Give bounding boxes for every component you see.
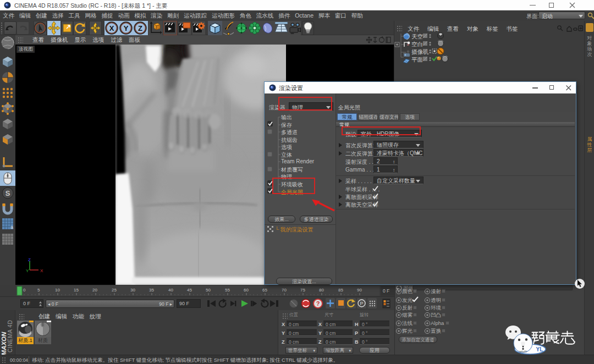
svg-text:?: ? [316, 300, 320, 307]
svg-text:空白: 空白 [411, 41, 423, 47]
svg-text:40: 40 [168, 288, 173, 293]
svg-text:S: S [6, 189, 10, 197]
svg-text:25: 25 [112, 288, 117, 293]
svg-text:90: 90 [357, 288, 362, 293]
svg-text:55: 55 [225, 288, 230, 293]
svg-text:65: 65 [262, 288, 267, 293]
svg-text:yeluzhi: yeluzhi [519, 350, 527, 353]
svg-text:85: 85 [338, 288, 343, 293]
svg-text:平面: 平面 [411, 56, 423, 63]
svg-text:天空: 天空 [411, 33, 423, 40]
svg-text:X: X [109, 24, 114, 32]
svg-text:Z: Z [28, 258, 31, 262]
svg-text:YL: YL [536, 346, 543, 352]
svg-text:80: 80 [319, 288, 324, 293]
svg-text:0 F: 0 F [383, 288, 389, 294]
svg-text:45: 45 [187, 288, 192, 293]
svg-text:a: a [10, 224, 13, 230]
svg-text:0: 0 [23, 288, 26, 293]
svg-text:Y: Y [124, 24, 129, 32]
svg-text:30: 30 [130, 288, 135, 293]
svg-text:50: 50 [206, 288, 211, 293]
svg-text:75: 75 [300, 288, 305, 293]
svg-text:Z: Z [138, 24, 142, 32]
svg-text:5: 5 [37, 288, 40, 293]
svg-text:60: 60 [244, 288, 249, 293]
svg-text:P: P [360, 301, 363, 306]
svg-text:Y: Y [26, 268, 29, 273]
svg-text:70: 70 [282, 288, 287, 293]
svg-text:X: X [40, 268, 43, 273]
svg-text:15: 15 [74, 288, 79, 293]
svg-text:35: 35 [149, 288, 154, 293]
svg-text:10: 10 [55, 288, 60, 293]
svg-text:20: 20 [92, 288, 97, 293]
